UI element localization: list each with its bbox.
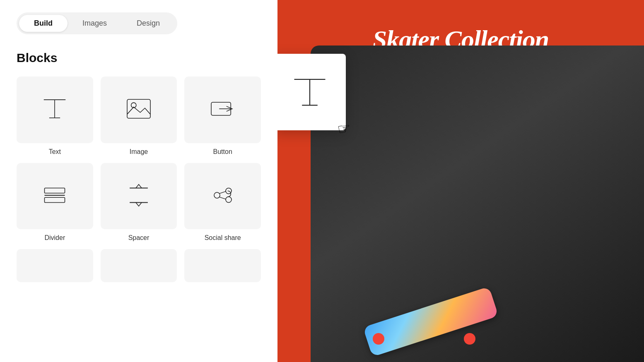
block-label-divider: Divider <box>44 234 65 242</box>
block-item-button[interactable]: Button <box>184 77 261 156</box>
tab-design[interactable]: Design <box>122 15 175 32</box>
block-item-partial-1[interactable] <box>17 249 93 282</box>
block-card-partial-1[interactable] <box>17 249 93 282</box>
left-panel: Build Images Design Blocks Text <box>0 0 277 362</box>
tab-build[interactable]: Build <box>19 15 68 32</box>
block-label-social-share: Social share <box>205 234 241 242</box>
block-card-spacer[interactable] <box>101 163 177 230</box>
svg-point-14 <box>214 192 220 198</box>
social-share-icon <box>208 181 237 211</box>
text-icon <box>40 94 69 125</box>
block-item-partial-3[interactable] <box>184 249 261 282</box>
block-label-image: Image <box>130 148 148 156</box>
block-card-button[interactable] <box>184 77 261 143</box>
svg-rect-9 <box>45 197 65 202</box>
spacer-icon <box>124 181 153 211</box>
block-item-divider[interactable]: Divider <box>17 163 93 242</box>
svg-rect-7 <box>45 188 65 193</box>
blocks-grid: Text Image <box>17 77 261 282</box>
tab-images[interactable]: Images <box>68 15 122 32</box>
poster: Skater Collection ☞ <box>277 0 644 362</box>
drag-card <box>277 54 346 130</box>
svg-rect-3 <box>127 100 150 119</box>
blocks-heading: Blocks <box>17 51 261 65</box>
svg-point-13 <box>226 197 232 202</box>
block-card-social-share[interactable] <box>184 163 261 230</box>
block-card-divider[interactable] <box>17 163 93 230</box>
block-item-image[interactable]: Image <box>101 77 177 156</box>
block-item-text[interactable]: Text <box>17 77 93 156</box>
block-label-spacer: Spacer <box>128 234 150 242</box>
block-card-partial-3[interactable] <box>184 249 261 282</box>
svg-line-15 <box>219 191 226 193</box>
block-item-social-share[interactable]: Social share <box>184 163 261 242</box>
block-card-image[interactable] <box>101 77 177 143</box>
block-label-text: Text <box>49 148 61 156</box>
block-label-button: Button <box>213 148 232 156</box>
block-card-text[interactable] <box>17 77 93 143</box>
tab-bar: Build Images Design <box>17 12 177 34</box>
right-panel: Skater Collection ☞ <box>277 0 644 362</box>
block-item-partial-2[interactable] <box>101 249 177 282</box>
divider-icon <box>40 181 69 211</box>
block-item-spacer[interactable]: Spacer <box>101 163 177 242</box>
svg-line-16 <box>219 197 226 199</box>
button-icon <box>208 94 237 125</box>
block-card-partial-2[interactable] <box>101 249 177 282</box>
image-icon <box>124 94 153 125</box>
